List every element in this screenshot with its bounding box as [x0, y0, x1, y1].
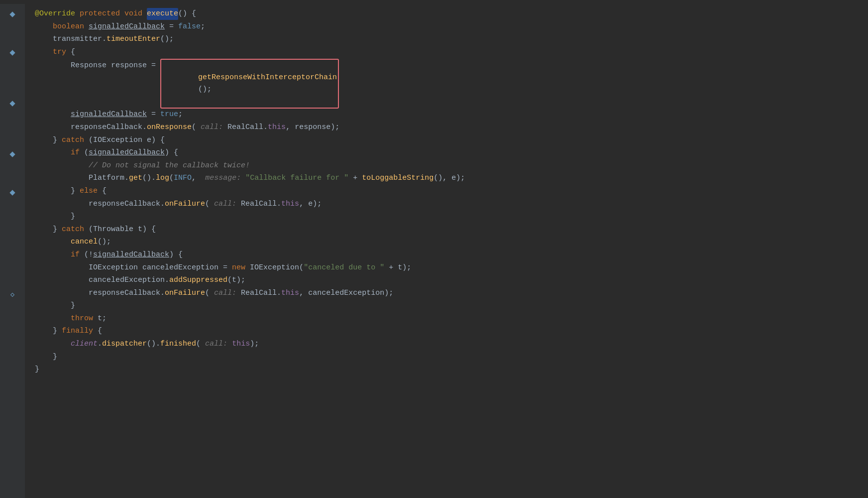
method-dispatcher: dispatcher [102, 338, 147, 350]
gutter-line-5 [9, 59, 15, 72]
param-label-message: message: [205, 172, 241, 184]
gutter-breakpoint-4[interactable] [9, 46, 15, 59]
var-signalledcallback-3: signalledCallback [89, 147, 165, 159]
param-label-call-3: call: [214, 287, 236, 299]
gutter-line-11 [9, 135, 15, 148]
type-response: Response [71, 60, 107, 72]
gutter-line-10 [9, 123, 15, 135]
gutter-line-26 [9, 327, 15, 340]
method-cancel: cancel [71, 236, 98, 248]
code-line-20: responseCallback. onFailure ( call: Real… [35, 287, 858, 300]
keyword-try: try [53, 46, 66, 58]
comment-1: // Do not signal the callback twice! [89, 160, 250, 172]
code-line-14: } [35, 211, 858, 224]
gutter-line-18 [9, 225, 15, 238]
keyword-throw: throw [71, 313, 93, 325]
gutter-line-19 [9, 238, 15, 250]
const-info: INFO [174, 172, 192, 184]
method-onfailure-2: onFailure [165, 287, 205, 299]
code-line-16: cancel (); [35, 236, 858, 249]
code-area[interactable]: @Override protected void execute () { bo… [25, 4, 868, 498]
code-line-9: if ( signalledCallback ) { [35, 147, 858, 160]
gutter-line-24 [9, 301, 15, 314]
code-line-10: // Do not signal the callback twice! [35, 160, 858, 173]
method-get-1: get [129, 172, 142, 184]
gutter-line-25 [9, 314, 15, 327]
code-line-2: boolean signalledCallback = false ; [35, 21, 858, 34]
var-signalledcallback-4: signalledCallback [93, 249, 169, 261]
annotation-override: @Override [35, 8, 75, 20]
code-line-13: responseCallback. onFailure ( call: Real… [35, 198, 858, 211]
code-line-12: } else { [35, 185, 858, 198]
method-finished: finished [160, 338, 196, 350]
param-label-call-4: call: [205, 338, 227, 350]
method-getresponsewithinterceptorchain: getResponseWithInterceptorChain [198, 73, 337, 82]
selected-method-name: execute [147, 8, 178, 20]
code-line-5: Response response = getResponseWithInter… [35, 59, 858, 109]
keyword-catch-2: catch [62, 224, 84, 236]
value-false: false [178, 21, 201, 33]
method-tologgablestring: toLoggableString [362, 172, 434, 184]
keyword-void: void [124, 8, 142, 20]
gutter-line-20 [9, 250, 15, 263]
gutter-line-6 [9, 72, 15, 85]
gutter-breakpoint-1[interactable] [9, 8, 15, 21]
code-line-17: if (! signalledCallback ) { [35, 249, 858, 262]
gutter-line-21 [9, 263, 15, 276]
gutter-breakpoint-8[interactable] [9, 97, 15, 110]
italic-client: client [71, 338, 98, 350]
gutter-line-9 [9, 110, 15, 123]
string-callback-failure: "Callback failure for " [245, 172, 348, 184]
code-line-21: } [35, 300, 858, 313]
keyword-if-1: if [71, 147, 80, 159]
value-true: true [160, 109, 178, 121]
param-label-call-1: call: [201, 122, 223, 133]
code-editor: @Override protected void execute () { bo… [0, 0, 868, 498]
keyword-else: else [80, 185, 98, 197]
keyword-if-2: if [71, 249, 80, 261]
code-line-8: } catch (IOException e) { [35, 134, 858, 147]
method-timeoutenter: timeoutEnter [107, 33, 160, 45]
var-signalledcallback-2: signalledCallback [71, 109, 147, 121]
code-line-6: signalledCallback = true ; [35, 109, 858, 122]
highlighted-method-call: getResponseWithInterceptorChain (); [160, 59, 339, 109]
gutter-line-13 [9, 161, 15, 174]
code-line-11: Platform. get (). log ( INFO , message: … [35, 172, 858, 185]
gutter-line-14 [9, 174, 15, 187]
code-line-3: transmitter. timeoutEnter (); [35, 33, 858, 46]
keyword-finally: finally [62, 325, 93, 337]
code-line-15: } catch (Throwable t) { [35, 224, 858, 237]
code-line-22: throw t; [35, 313, 858, 326]
code-line-25: } [35, 351, 858, 364]
gutter-line-3 [9, 33, 15, 46]
code-line-26: } [35, 364, 858, 376]
code-line-1: @Override protected void execute () { [35, 8, 858, 21]
keyword-this-4: this [232, 338, 250, 350]
code-line-4: try { [35, 46, 858, 59]
code-line-19: canceledException. addSuppressed (t); [35, 274, 858, 287]
code-line-18: IOException canceledException = new IOEx… [35, 262, 858, 275]
keyword-this-1: this [268, 122, 286, 133]
gutter-line-16 [9, 199, 15, 212]
code-line-24: client . dispatcher (). finished ( call:… [35, 338, 858, 351]
method-addsuppressed: addSuppressed [169, 274, 227, 286]
code-line-7: responseCallback. onResponse ( call: Rea… [35, 122, 858, 134]
gutter-breakpoint-15[interactable] [9, 186, 15, 199]
gutter-breakpoint-23[interactable] [9, 288, 15, 301]
code-line-23: } finally { [35, 325, 858, 338]
var-signalledcallback-1: signalledCallback [89, 21, 165, 33]
keyword-new: new [232, 262, 245, 274]
method-onresponse: onResponse [147, 122, 192, 133]
string-canceled-due-to: "canceled due to " [304, 262, 384, 274]
gutter-line-17 [9, 212, 15, 225]
keyword-this-3: this [281, 287, 299, 299]
param-label-call-2: call: [214, 198, 236, 210]
gutter-breakpoint-12[interactable] [9, 148, 15, 161]
keyword-protected: protected [80, 8, 120, 20]
method-log: log [156, 172, 169, 184]
method-onfailure-1: onFailure [165, 198, 205, 210]
gutter-line-22 [9, 275, 15, 288]
gutter [0, 4, 25, 498]
keyword-boolean: boolean [53, 21, 84, 33]
keyword-this-2: this [281, 198, 299, 210]
